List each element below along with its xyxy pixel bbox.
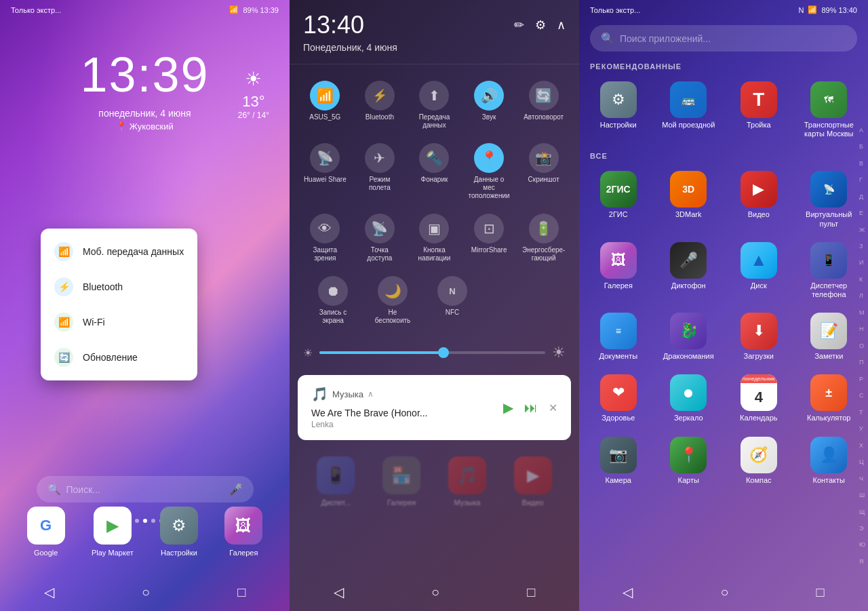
tile-nfc[interactable]: N NFC	[428, 271, 477, 330]
drawer-app-mirror[interactable]: ● Зеркало	[655, 369, 723, 428]
drawer-app-gallery[interactable]: 🖼 Галерея	[585, 237, 652, 304]
tile-hotspot[interactable]: 📡 Точка доступа	[355, 208, 404, 268]
alpha-yu[interactable]: Ю	[859, 542, 865, 548]
brightness-thumb[interactable]	[438, 347, 449, 358]
tile-eyeprotect[interactable]: 👁 Защита зрения	[300, 208, 349, 268]
context-menu-item-mobile-data[interactable]: 📶 Моб. передача данных	[41, 234, 197, 269]
app-play[interactable]: ▶ Play Маркет	[92, 507, 134, 557]
notif-home-button[interactable]: ○	[431, 585, 439, 600]
alpha-sh[interactable]: Ш	[859, 492, 865, 498]
alpha-t[interactable]: Т	[859, 410, 865, 416]
lock-search-bar[interactable]: 🔍 🎤	[37, 476, 254, 502]
tile-wifi[interactable]: 📶 ASUS_5G	[300, 75, 349, 135]
drawer-app-calc[interactable]: ± Калькулятор	[795, 369, 863, 428]
tile-location[interactable]: 📍 Данные о мес тоположении	[465, 138, 513, 205]
alpha-o[interactable]: О	[859, 343, 865, 349]
drawer-app-docs[interactable]: ≡ Документы	[585, 307, 652, 366]
drawer-notes-label: Заметки	[814, 352, 843, 361]
alpha-h[interactable]: Х	[859, 443, 865, 449]
alpha-d[interactable]: Д	[859, 194, 865, 200]
drawer-app-troika[interactable]: Т Тройка	[725, 76, 793, 144]
alpha-b[interactable]: Б	[859, 144, 865, 150]
drawer-app-camera[interactable]: 📷 Камера	[585, 431, 652, 490]
tile-donotdisturb[interactable]: 🌙 Не беспокоить	[368, 271, 417, 330]
drawer-search-bar[interactable]: 🔍	[590, 25, 857, 52]
alpha-z[interactable]: З	[859, 243, 865, 250]
tile-rotation[interactable]: 🔄 Автоповорот	[519, 75, 568, 135]
alpha-k[interactable]: К	[859, 277, 865, 283]
drawer-app-health[interactable]: ❤ Здоровье	[585, 369, 652, 428]
drawer-app-virtual[interactable]: 📡 Виртуальный пульт	[795, 165, 863, 233]
tile-power[interactable]: 🔋 Энергосбере-гающий	[519, 208, 568, 268]
alpha-g[interactable]: Г	[859, 177, 865, 183]
alpha-ya[interactable]: Я	[859, 559, 865, 565]
alpha-r[interactable]: Р	[859, 376, 865, 382]
drawer-search-input[interactable]	[620, 33, 846, 44]
drawer-back-button[interactable]: ◁	[623, 584, 633, 600]
drawer-app-video[interactable]: ▶ Видео	[725, 165, 793, 233]
alpha-v[interactable]: В	[859, 161, 865, 167]
drawer-app-recorder[interactable]: 🎤 Диктофон	[655, 237, 723, 304]
app-google[interactable]: G Google	[27, 507, 65, 557]
drawer-app-settings[interactable]: ⚙ Настройки	[585, 76, 652, 144]
alpha-ch[interactable]: Ч	[859, 476, 865, 482]
alpha-zh[interactable]: Ж	[859, 227, 865, 233]
context-menu-item-update[interactable]: 🔄 Обновление	[41, 340, 197, 375]
drawer-app-notes[interactable]: 📝 Заметки	[795, 307, 863, 366]
tile-mirrorshare[interactable]: ⊡ MirrorShare	[465, 208, 513, 268]
drawer-app-compass[interactable]: 🧭 Компас	[725, 431, 793, 490]
app-gallery[interactable]: 🖼 Галерея	[224, 507, 262, 557]
drawer-app-disk[interactable]: ▲ Диск	[725, 237, 793, 304]
recent-button[interactable]: □	[237, 585, 245, 600]
drawer-app-dragon[interactable]: 🐉 Дракономания	[655, 307, 723, 366]
app-settings[interactable]: ⚙ Настройки	[160, 507, 198, 557]
alpha-s[interactable]: С	[859, 393, 865, 399]
tile-share[interactable]: 📡 Huawei Share	[300, 138, 349, 205]
settings-icon[interactable]: ⚙	[535, 18, 546, 33]
alpha-ts[interactable]: Ц	[859, 459, 865, 465]
tile-navbutton[interactable]: ▣ Кнопка навигации	[410, 208, 458, 268]
alpha-a[interactable]: А	[859, 127, 865, 134]
drawer-app-contacts[interactable]: 👤 Контакты	[795, 431, 863, 490]
back-button[interactable]: ◁	[44, 584, 54, 600]
alpha-eh[interactable]: Э	[859, 526, 865, 532]
collapse-icon[interactable]: ∧	[557, 18, 566, 33]
notif-back-button[interactable]: ◁	[334, 584, 344, 600]
alpha-shch[interactable]: Щ	[859, 509, 865, 515]
brightness-track[interactable]	[319, 351, 545, 354]
home-button[interactable]: ○	[142, 585, 150, 600]
drawer-home-button[interactable]: ○	[720, 585, 728, 600]
alpha-u[interactable]: У	[859, 426, 865, 432]
drawer-app-dispatcher[interactable]: 📱 Диспетчер телефона	[795, 237, 863, 304]
alpha-i[interactable]: И	[859, 260, 865, 266]
alpha-p[interactable]: П	[859, 359, 865, 366]
drawer-app-transport[interactable]: 🗺 Транспортные карты Москвы	[795, 76, 863, 144]
alpha-e[interactable]: Е	[859, 210, 865, 216]
drawer-app-downloads[interactable]: ⬇ Загрузки	[725, 307, 793, 366]
context-menu-item-bluetooth[interactable]: ⚡ Bluetooth	[41, 269, 197, 304]
music-expand-icon[interactable]: ∧	[368, 389, 374, 399]
drawer-app-3dmark[interactable]: 3D 3DMark	[655, 165, 723, 233]
alpha-n[interactable]: Н	[859, 326, 865, 332]
drawer-app-maps[interactable]: 📍 Карты	[655, 431, 723, 490]
play-button[interactable]: ▶	[503, 399, 513, 416]
alpha-l[interactable]: Л	[859, 293, 865, 299]
drawer-app-2gis[interactable]: 2ГИС 2ГИС	[585, 165, 652, 233]
edit-icon[interactable]: ✏	[514, 18, 524, 33]
drawer-recent-button[interactable]: □	[816, 585, 824, 600]
tile-bluetooth[interactable]: ⚡ Bluetooth	[355, 75, 404, 135]
tile-screenrecord[interactable]: ⏺ Запись с экрана	[309, 271, 357, 330]
alpha-m[interactable]: М	[859, 310, 865, 316]
search-input[interactable]	[66, 484, 229, 495]
drawer-app-mycard[interactable]: 🚌 Мой проездной	[655, 76, 723, 144]
context-menu-item-wifi[interactable]: 📶 Wi-Fi	[41, 304, 197, 340]
tile-sound[interactable]: 🔊 Звук	[465, 75, 513, 135]
next-button[interactable]: ⏭	[524, 400, 538, 416]
tile-data[interactable]: ⬆ Передача данных	[410, 75, 458, 135]
tile-flashlight[interactable]: 🔦 Фонарик	[410, 138, 458, 205]
drawer-app-calendar[interactable]: понедельник 4 Календарь	[725, 369, 793, 428]
notif-recent-button[interactable]: □	[527, 585, 535, 600]
tile-airplane[interactable]: ✈ Режим полета	[355, 138, 404, 205]
close-button[interactable]: ✕	[549, 401, 557, 414]
tile-screenshot[interactable]: 📸 Скриншот	[519, 138, 568, 205]
